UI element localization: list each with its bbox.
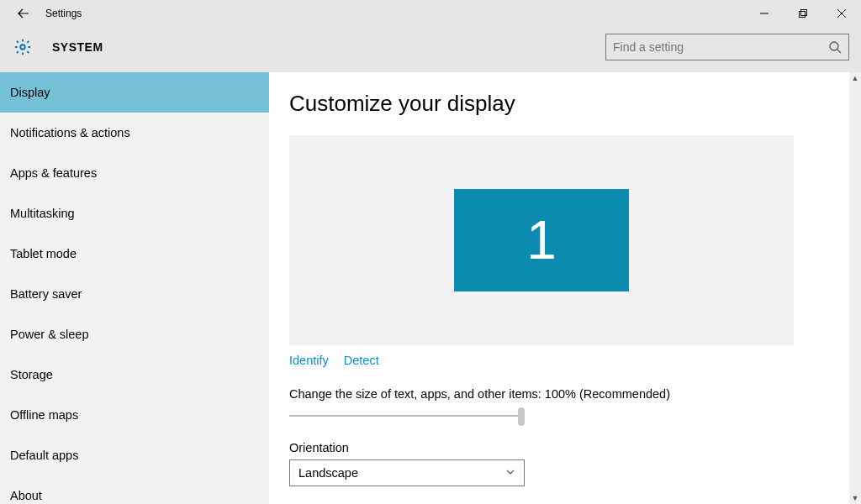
scale-slider[interactable] — [289, 406, 525, 426]
sidebar-item-display[interactable]: Display — [0, 72, 269, 113]
scroll-down-arrow-icon[interactable]: ▼ — [849, 492, 861, 504]
orientation-label: Orientation — [289, 441, 811, 454]
content-pane: Customize your display 1 Identify Detect… — [269, 72, 861, 504]
sidebar-item-label: Multitasking — [10, 207, 75, 220]
monitor-number: 1 — [526, 209, 557, 271]
scale-label: Change the size of text, apps, and other… — [289, 387, 811, 401]
slider-thumb[interactable] — [518, 407, 525, 426]
sidebar-item-apps-features[interactable]: Apps & features — [0, 153, 269, 193]
page-heading: Customize your display — [289, 91, 811, 117]
sidebar-item-label: Tablet mode — [10, 247, 77, 260]
search-icon — [828, 40, 842, 54]
back-arrow-icon — [17, 7, 30, 20]
identify-link[interactable]: Identify — [289, 354, 329, 367]
monitor-1[interactable]: 1 — [454, 189, 629, 291]
monitor-actions: Identify Detect — [289, 354, 811, 367]
sidebar-item-label: Default apps — [10, 449, 78, 462]
detect-link[interactable]: Detect — [344, 354, 379, 367]
monitor-preview-area[interactable]: 1 — [289, 135, 794, 345]
sidebar-item-storage[interactable]: Storage — [0, 354, 269, 395]
svg-point-2 — [20, 45, 25, 50]
sidebar-item-power-sleep[interactable]: Power & sleep — [0, 314, 269, 354]
maximize-button[interactable] — [784, 0, 822, 27]
search-input[interactable] — [613, 40, 828, 54]
close-button[interactable] — [822, 0, 861, 27]
search-box[interactable] — [605, 34, 849, 60]
sidebar-item-label: Notifications & actions — [10, 126, 130, 139]
sidebar-item-label: Power & sleep — [10, 328, 89, 341]
sidebar-item-label: About — [10, 489, 42, 502]
slider-track — [289, 415, 525, 417]
sidebar-item-battery-saver[interactable]: Battery saver — [0, 274, 269, 314]
vertical-scrollbar[interactable]: ▲ ▼ — [849, 72, 861, 504]
sidebar-item-label: Display — [10, 86, 50, 99]
sidebar-item-notifications-actions[interactable]: Notifications & actions — [0, 113, 269, 153]
sidebar-item-about[interactable]: About — [0, 475, 269, 504]
maximize-icon — [799, 9, 807, 18]
sidebar-item-label: Apps & features — [10, 166, 97, 180]
svg-rect-0 — [800, 12, 806, 18]
back-button[interactable] — [7, 0, 40, 27]
minimize-icon — [760, 9, 769, 18]
orientation-value: Landscape — [298, 466, 358, 480]
svg-rect-1 — [801, 10, 807, 16]
header: SYSTEM — [0, 27, 861, 72]
titlebar: Settings — [0, 0, 861, 27]
chevron-down-icon — [505, 466, 515, 480]
section-title: SYSTEM — [52, 40, 103, 54]
sidebar-item-tablet-mode[interactable]: Tablet mode — [0, 234, 269, 274]
sidebar-item-label: Offline maps — [10, 408, 78, 422]
window-title: Settings — [45, 8, 82, 19]
orientation-dropdown[interactable]: Landscape — [289, 459, 525, 486]
sidebar-item-label: Battery saver — [10, 287, 82, 301]
sidebar: DisplayNotifications & actionsApps & fea… — [0, 72, 269, 504]
sidebar-item-offline-maps[interactable]: Offline maps — [0, 395, 269, 435]
sidebar-item-label: Storage — [10, 368, 53, 381]
scroll-up-arrow-icon[interactable]: ▲ — [849, 72, 861, 84]
minimize-button[interactable] — [745, 0, 784, 27]
svg-point-3 — [830, 42, 838, 50]
gear-icon — [12, 36, 34, 58]
close-icon — [837, 9, 846, 18]
sidebar-item-multitasking[interactable]: Multitasking — [0, 193, 269, 234]
sidebar-item-default-apps[interactable]: Default apps — [0, 435, 269, 475]
